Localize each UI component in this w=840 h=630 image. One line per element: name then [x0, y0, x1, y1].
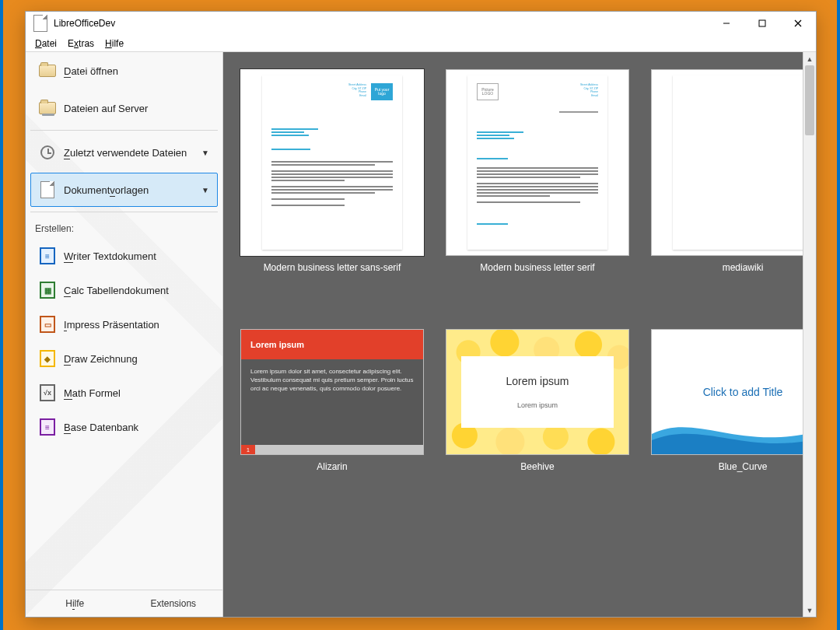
slide-subtitle: Lorem ipsum	[517, 401, 558, 409]
template-thumbnail: Picture LOGO Street AddressCity, ST ZIPP…	[446, 69, 629, 256]
template-thumbnail: Click to add Title	[651, 329, 816, 455]
template-card[interactable]: mediawiki	[651, 69, 816, 284]
slide-title: Click to add Title	[703, 386, 783, 398]
create-writer-button[interactable]: ≡ Writer Textdokument	[30, 240, 218, 271]
scroll-up-icon[interactable]: ▲	[803, 52, 816, 65]
app-icon	[32, 15, 49, 32]
clock-icon	[39, 144, 56, 161]
impress-icon: ▭	[39, 316, 56, 333]
template-thumbnail	[651, 69, 816, 256]
template-label: Alizarin	[317, 461, 347, 483]
base-label: Base Datenbank	[64, 422, 138, 433]
slide-title: Lorem ipsum	[241, 330, 423, 359]
writer-label: Writer Textdokument	[64, 250, 156, 262]
maximize-button[interactable]	[744, 12, 780, 35]
logo-placeholder: Put your logo	[371, 83, 393, 100]
recent-files-label: Zuletzt verwendete Dateien	[64, 147, 187, 159]
template-card[interactable]: Lorem ipsum Lorem ipsum Beehive	[446, 329, 629, 483]
template-label: Blue_Curve	[719, 461, 768, 483]
open-file-button[interactable]: Datei öffnen	[30, 54, 218, 88]
template-label: Modern business letter serif	[480, 262, 594, 284]
template-label: Beehive	[520, 461, 554, 483]
calc-label: Calc Tabellendokument	[64, 285, 169, 296]
create-calc-button[interactable]: ▦ Calc Tabellendokument	[30, 275, 218, 306]
svg-rect-1	[759, 20, 765, 26]
scroll-thumb[interactable]	[805, 65, 814, 135]
base-icon: ≡	[39, 418, 56, 436]
template-gallery: Put your logo Street AddressCity, ST ZIP…	[223, 52, 816, 617]
sidebar: Datei öffnen Dateien auf Server Zuletzt …	[26, 52, 223, 617]
vertical-scrollbar[interactable]: ▲ ▼	[803, 52, 816, 617]
page-icon	[39, 181, 56, 198]
window-controls	[709, 12, 816, 35]
template-card[interactable]: Lorem ipsum Lorem ipsum dolor sit amet, …	[240, 329, 424, 483]
folder-open-icon	[39, 62, 56, 79]
writer-icon: ≡	[39, 247, 56, 264]
template-thumbnail: Lorem ipsum Lorem ipsum dolor sit amet, …	[240, 329, 424, 455]
wave-decoration	[652, 418, 816, 454]
create-heading: Erstellen:	[26, 215, 222, 239]
remote-files-label: Dateien auf Server	[64, 103, 148, 114]
close-button[interactable]	[780, 12, 816, 35]
draw-icon: ◆	[39, 350, 56, 367]
chevron-down-icon: ▼	[201, 149, 209, 157]
menubar: Datei Extras Hilfe	[26, 35, 816, 52]
create-math-button[interactable]: √x Math Formel	[30, 377, 218, 408]
template-thumbnail: Put your logo Street AddressCity, ST ZIP…	[240, 69, 424, 256]
remote-files-button[interactable]: Dateien auf Server	[30, 91, 218, 125]
titlebar[interactable]: LibreOfficeDev	[26, 12, 816, 35]
template-thumbnail: Lorem ipsum Lorem ipsum	[446, 329, 629, 455]
calc-icon: ▦	[39, 282, 56, 299]
templates-label: Dokumentvorlagen	[64, 184, 149, 196]
scroll-down-icon[interactable]: ▼	[803, 604, 816, 617]
create-draw-button[interactable]: ◆ Draw Zeichnung	[30, 343, 218, 374]
separator	[30, 130, 218, 131]
create-base-button[interactable]: ≡ Base Datenbank	[30, 411, 218, 443]
minimize-icon	[723, 19, 730, 27]
menu-help[interactable]: Hilfe	[100, 37, 128, 51]
draw-label: Draw Zeichnung	[64, 353, 138, 365]
template-card[interactable]: Click to add Title Blue_Curve	[651, 329, 816, 483]
close-icon	[794, 19, 802, 27]
menu-extras[interactable]: Extras	[63, 37, 99, 51]
chevron-down-icon: ▼	[201, 186, 209, 194]
impress-label: Impress Präsentation	[64, 319, 159, 331]
math-label: Math Formel	[64, 387, 121, 399]
template-label: Modern business letter sans-serif	[264, 262, 401, 284]
footer-extensions-button[interactable]: Extensions	[124, 590, 223, 617]
app-window: LibreOfficeDev Datei Extras Hilfe Datei …	[25, 11, 817, 618]
sidebar-footer: Hilfe Extensions	[26, 590, 222, 617]
open-file-label: Datei öffnen	[64, 65, 118, 77]
folder-server-icon	[39, 100, 56, 117]
menu-file[interactable]: Datei	[30, 37, 61, 51]
template-card[interactable]: Put your logo Street AddressCity, ST ZIP…	[240, 69, 424, 284]
titlebar-left: LibreOfficeDev	[32, 15, 115, 32]
slide-body: Lorem ipsum dolor sit amet, consectetur …	[241, 359, 423, 445]
template-label: mediawiki	[723, 262, 764, 284]
templates-button[interactable]: Dokumentvorlagen ▼	[30, 173, 218, 207]
footer-help-button[interactable]: Hilfe	[26, 590, 124, 617]
math-icon: √x	[39, 384, 56, 401]
slide-number: 1	[241, 445, 255, 454]
create-impress-button[interactable]: ▭ Impress Präsentation	[30, 309, 218, 340]
separator	[30, 212, 218, 212]
slide-title: Lorem ipsum	[506, 375, 569, 387]
recent-files-button[interactable]: Zuletzt verwendete Dateien ▼	[30, 135, 218, 170]
window-title: LibreOfficeDev	[54, 18, 115, 29]
maximize-icon	[758, 19, 766, 27]
minimize-button[interactable]	[709, 12, 744, 35]
template-card[interactable]: Picture LOGO Street AddressCity, ST ZIPP…	[446, 69, 629, 284]
logo-placeholder: Picture LOGO	[477, 83, 499, 100]
